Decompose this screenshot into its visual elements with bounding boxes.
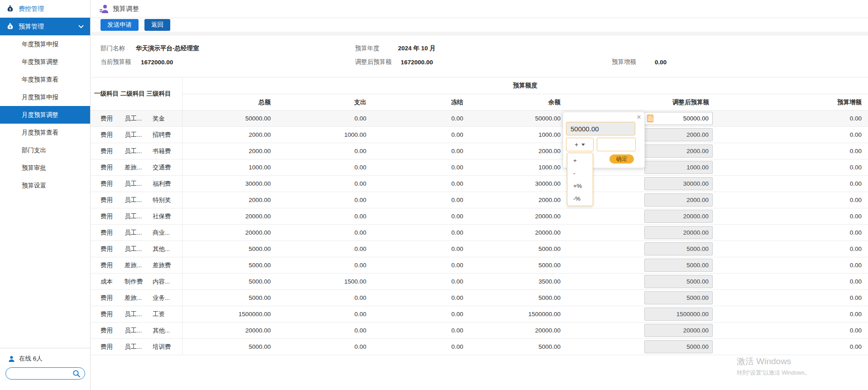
adjusted-budget-input[interactable]: 5000.00 <box>644 242 713 255</box>
cell-level3: 福利费 <box>152 176 182 192</box>
search-icon[interactable] <box>72 370 81 378</box>
sidebar-subitem[interactable]: 年度预算申报 <box>0 35 90 53</box>
adjusted-budget-input[interactable]: 5000.00 <box>644 340 713 353</box>
adjusted-budget-input[interactable]: 1000.00 <box>644 161 713 174</box>
sidebar-subitem[interactable]: 部门支出 <box>0 141 90 159</box>
adjusted-budget-input[interactable]: 1500000.00 <box>644 308 713 321</box>
cell-total: 50000.00 <box>182 111 273 127</box>
popup-value-input[interactable] <box>597 138 636 151</box>
cell-level2: 员工... <box>122 111 152 127</box>
cell-balance: 5000.00 <box>465 257 562 274</box>
adjusted-budget-input[interactable]: 30000.00 <box>644 177 713 190</box>
cell-increase: 0.00 <box>720 127 868 143</box>
sidebar-subitem[interactable]: 年度预算调整 <box>0 53 90 71</box>
cell-increase: 0.00 <box>720 176 868 192</box>
sidebar-subitem[interactable]: 预算审批 <box>0 159 90 177</box>
cell-frozen: 0.00 <box>368 143 465 159</box>
sidebar-item-expense-control[interactable]: $ 费控管理 <box>0 0 90 18</box>
watermark-line2: 转到“设置”以激活 Windows。 <box>737 369 810 377</box>
send-request-button[interactable]: 发送申请 <box>101 19 139 31</box>
adjusted-value: 1500000.00 <box>676 311 709 318</box>
sidebar-item-label: 预算管理 <box>19 23 78 31</box>
cell-level1: 成本 <box>91 274 122 290</box>
cell-total: 30000.00 <box>182 176 273 192</box>
sidebar-subitem[interactable]: 预算设置 <box>0 177 90 194</box>
cell-frozen: 0.00 <box>368 176 465 192</box>
money-bag-icon: $ <box>6 5 14 13</box>
cell-adjusted: 1500000.00 <box>562 306 720 323</box>
operator-option[interactable]: -% <box>567 193 593 205</box>
back-button[interactable]: 返回 <box>144 19 170 31</box>
dept-name-label: 部门名称 <box>101 44 136 53</box>
operator-select[interactable]: + <box>566 138 594 151</box>
operator-value: + <box>575 141 578 148</box>
cell-increase: 0.00 <box>720 111 868 127</box>
adjusted-value: 2000.00 <box>686 197 709 203</box>
cell-level1: 费用 <box>91 290 122 306</box>
cell-total: 20000.00 <box>182 323 273 339</box>
cell-frozen: 0.00 <box>368 290 465 306</box>
cell-total: 1000.00 <box>182 159 273 176</box>
cell-total: 2000.00 <box>182 143 273 159</box>
adjusted-budget-input[interactable]: 20000.00 <box>644 210 713 223</box>
cell-spent: 0.00 <box>273 111 368 127</box>
calculator-icon[interactable] <box>647 115 653 122</box>
cell-level3: 书籍费 <box>152 143 182 159</box>
search-input[interactable] <box>10 368 73 379</box>
person-icon <box>8 356 15 362</box>
cell-level3: 业务... <box>152 290 182 306</box>
popup-amount-input[interactable]: 50000.00 <box>566 122 635 135</box>
cell-level1: 费用 <box>91 127 122 143</box>
cell-increase: 0.00 <box>720 306 868 323</box>
sidebar-subitem[interactable]: 年度预算查看 <box>0 71 90 88</box>
cell-increase: 0.00 <box>720 339 868 355</box>
adjusted-budget-input[interactable]: 50000.00 <box>644 112 713 125</box>
cell-frozen: 0.00 <box>368 111 465 127</box>
budget-year-label: 预算年度 <box>355 44 398 53</box>
current-budget-label: 当前预算额 <box>101 58 141 66</box>
cell-spent: 0.00 <box>273 339 368 355</box>
cell-level2: 员工... <box>122 225 152 241</box>
cell-level3: 社保费 <box>152 208 182 225</box>
cell-level3: 其他... <box>152 323 182 339</box>
confirm-button[interactable]: 确定 <box>609 154 634 164</box>
adjusted-budget-input[interactable]: 2000.00 <box>644 128 713 141</box>
table-row: 费用 员工... 商业... 20000.00 0.00 0.00 20000.… <box>91 225 868 241</box>
cell-spent: 0.00 <box>273 241 368 257</box>
operator-option[interactable]: - <box>567 167 593 180</box>
adjusted-budget-value: 1672000.00 <box>401 59 433 66</box>
cell-frozen: 0.00 <box>368 323 465 339</box>
cell-level1: 费用 <box>91 192 122 208</box>
cell-total: 5000.00 <box>182 274 273 290</box>
adjusted-budget-input[interactable]: 5000.00 <box>644 259 713 272</box>
table-row: 费用 员工... 招聘费 2000.00 1000.00 0.00 1000.0… <box>91 127 868 143</box>
cell-level3: 差旅费 <box>152 257 182 274</box>
sidebar-subitem[interactable]: 月度预算调整 <box>0 106 90 124</box>
cell-level3: 内容... <box>152 274 182 290</box>
cell-frozen: 0.00 <box>368 241 465 257</box>
cell-increase: 0.00 <box>720 323 868 339</box>
sidebar-subitem[interactable]: 月度预算查看 <box>0 124 90 141</box>
adjusted-budget-input[interactable]: 20000.00 <box>644 226 713 239</box>
cell-frozen: 0.00 <box>368 192 465 208</box>
adjusted-budget-input[interactable]: 5000.00 <box>644 275 713 288</box>
operator-option[interactable]: +% <box>567 180 593 193</box>
close-icon[interactable]: × <box>637 113 641 121</box>
adjusted-budget-input[interactable]: 5000.00 <box>644 291 713 304</box>
cell-level3: 交通费 <box>152 159 182 176</box>
adjusted-budget-input[interactable]: 2000.00 <box>644 193 713 207</box>
adjusted-value: 20000.00 <box>683 229 709 236</box>
sidebar-item-label: 费控管理 <box>19 5 84 13</box>
adjusted-budget-input[interactable]: 20000.00 <box>644 324 713 337</box>
adjusted-value: 5000.00 <box>686 278 709 285</box>
adjusted-budget-input[interactable]: 2000.00 <box>644 144 713 158</box>
cell-balance: 2000.00 <box>465 192 562 208</box>
operator-option[interactable]: + <box>567 154 593 167</box>
cell-level2: 差旅... <box>122 257 152 274</box>
sidebar-item-budget-management[interactable]: $ 预算管理 <box>0 18 90 35</box>
cell-total: 2000.00 <box>182 127 273 143</box>
cell-frozen: 0.00 <box>368 306 465 323</box>
cell-level3: 商业... <box>152 225 182 241</box>
cell-level2: 员工... <box>122 143 152 159</box>
sidebar-subitem[interactable]: 月度预算申报 <box>0 88 90 106</box>
